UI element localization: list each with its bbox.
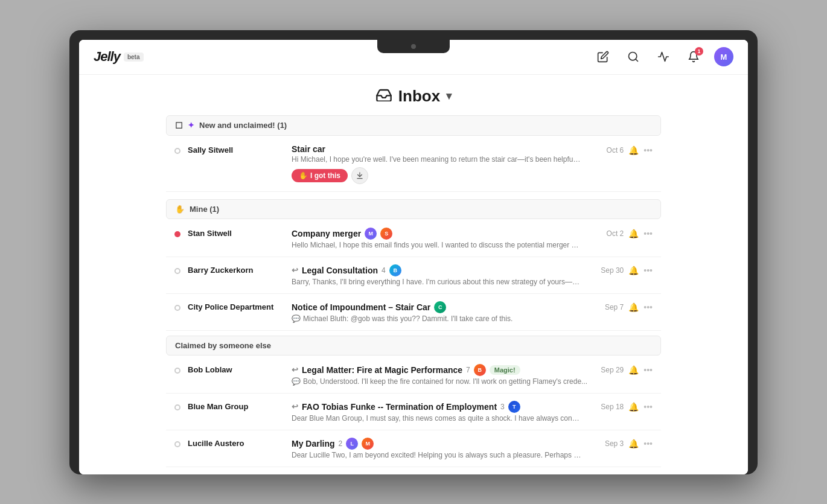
read-indicator [174,368,180,374]
conv-preview-comment: 💬 Bob, Understood. I'll keep the fire co… [292,377,593,386]
bell-icon[interactable]: 🔔 [628,365,639,375]
conversation-row[interactable]: Bob Loblaw ↩ Legal Matter: Fire at Magic… [166,357,661,394]
conversation-row[interactable]: Sally Sitwell Stair car Hi Michael, I ho… [166,137,661,192]
conv-preview: Dear Lucille Two, I am beyond excited! H… [292,451,581,459]
notifications-count: 1 [695,47,703,56]
sender-name: Barry Zuckerkorn [188,266,284,275]
conversation-body: Stair car Hi Michael, I hope you're well… [292,144,599,184]
more-options-icon[interactable]: ••• [643,365,653,375]
conv-preview: Dear Blue Man Group, I must say, this ne… [292,414,581,423]
conv-subject: ↩ Legal Matter: Fire at Magic Performanc… [292,364,593,376]
compose-button[interactable] [593,47,613,66]
bell-icon[interactable]: 🔔 [628,402,639,412]
conv-meta: Sep 7 🔔 ••• [605,302,653,312]
more-options-icon[interactable]: ••• [643,402,653,412]
read-indicator [174,441,180,447]
bell-icon[interactable]: 🔔 [628,266,639,275]
profile-avatar[interactable]: M [714,47,733,66]
svg-line-1 [636,59,638,62]
conv-date: Sep 18 [601,403,624,411]
conv-meta: Sep 3 🔔 ••• [605,439,653,448]
app-logo: Jelly [94,49,120,65]
conversation-body: Company merger M S Hello Michael, I hope… [292,228,599,249]
comment-icon: 💬 [292,377,301,386]
conversation-row[interactable]: City Police Department Notice of Impound… [166,294,661,331]
conv-date: Sep 7 [605,303,624,311]
conv-meta: Sep 18 🔔 ••• [601,402,653,412]
claimed-label: Claimed by someone else [175,341,271,350]
more-options-icon[interactable]: ••• [643,145,653,155]
avatar-small-3: B [389,264,401,276]
inbox-title: Inbox [398,87,440,106]
sender-name: Sally Sitwell [188,145,284,155]
reply-icon: ↩ [292,402,298,411]
conv-meta: Oct 6 🔔 ••• [607,145,653,155]
more-options-icon[interactable]: ••• [643,266,653,275]
activity-button[interactable] [654,47,673,66]
new-unclaimed-label: New and unclaimed! (1) [199,121,287,130]
inbox-icon [375,87,392,106]
bell-icon[interactable]: 🔔 [628,145,639,155]
read-indicator [174,305,180,311]
notifications-button[interactable]: 1 [684,47,703,66]
read-indicator [174,268,180,274]
bell-icon[interactable]: 🔔 [628,229,639,238]
download-button[interactable] [351,167,368,184]
section-checkbox-icon: ☐ [175,121,183,130]
new-unclaimed-icon: ✦ [188,121,194,130]
conv-meta: Sep 29 🔔 ••• [601,365,653,375]
conv-date: Sep 29 [601,366,624,374]
conv-meta: Sep 30 🔔 ••• [601,266,653,275]
conv-preview: Hello Michael, I hope this email finds y… [292,241,581,249]
conv-subject: My Darling 2 L M [292,438,598,450]
conversation-row[interactable]: Lucille Austero My Darling 2 L M Dear Lu… [166,430,661,467]
sender-name: Stan Sitwell [188,229,284,238]
avatar-small: M [365,228,377,240]
more-options-icon[interactable]: ••• [643,439,653,448]
avatar-small: B [474,364,486,376]
unread-indicator-red [174,231,180,237]
inbox-dropdown-arrow[interactable]: ▾ [446,89,452,103]
sender-name: Blue Man Group [188,402,284,411]
comment-icon: 💬 [292,314,301,323]
conv-subject: Stair car [292,144,599,154]
sender-name: Lucille Austero [188,439,284,448]
conversation-row[interactable]: Blue Man Group ↩ FAO Tobias Funke -- Ter… [166,394,661,430]
conversation-row[interactable]: Barry Zuckerkorn ↩ Legal Consultation 4 … [166,257,661,294]
conv-subject: Company merger M S [292,228,599,240]
beta-badge: beta [124,53,144,62]
conversation-row[interactable]: Stan Sitwell Company merger M S Hello Mi… [166,220,661,257]
nav-icons: 1 M [593,47,733,66]
conversation-body: My Darling 2 L M Dear Lucille Two, I am … [292,438,598,459]
magic-label: Magic! [490,365,520,375]
mine-section-header: ✋ Mine (1) [166,199,661,219]
logo-area: Jelly beta [94,49,144,65]
more-options-icon[interactable]: ••• [643,302,653,312]
conv-date: Oct 6 [607,146,624,155]
bell-icon[interactable]: 🔔 [628,439,639,448]
more-options-icon[interactable]: ••• [643,229,653,238]
conversation-body: Notice of Impoundment – Stair Car C 💬 Mi… [292,301,598,323]
main-content: ☐ ✦ New and unclaimed! (1) Sally Sitwell… [154,115,673,467]
mine-label: Mine (1) [190,205,219,214]
read-indicator [174,404,180,410]
got-this-button[interactable]: ✋ I got this [292,169,348,182]
avatar-small: C [434,301,446,313]
claimed-section-header: Claimed by someone else [166,336,661,356]
avatar-small: L [346,438,358,450]
search-button[interactable] [624,47,643,66]
message-count: 7 [466,366,470,374]
conv-preview: Barry, Thanks, I'll bring everything I h… [292,278,581,286]
unread-indicator [174,148,180,154]
page-title-row: Inbox ▾ [79,87,748,106]
new-unclaimed-section-header: ☐ ✦ New and unclaimed! (1) [166,115,661,136]
sender-name: Bob Loblaw [188,365,284,374]
conv-preview-comment: 💬 Michael Bluth: @gob was this you?? Dam… [292,314,598,323]
reply-icon: ↩ [292,365,298,374]
conv-subject: ↩ Legal Consultation 4 B [292,264,593,276]
avatar-small-2: M [362,438,374,450]
conv-date: Sep 30 [601,266,624,275]
bell-icon[interactable]: 🔔 [628,302,639,312]
conv-date: Sep 3 [605,439,624,448]
conversation-body: ↩ Legal Consultation 4 B Barry, Thanks, … [292,264,593,286]
